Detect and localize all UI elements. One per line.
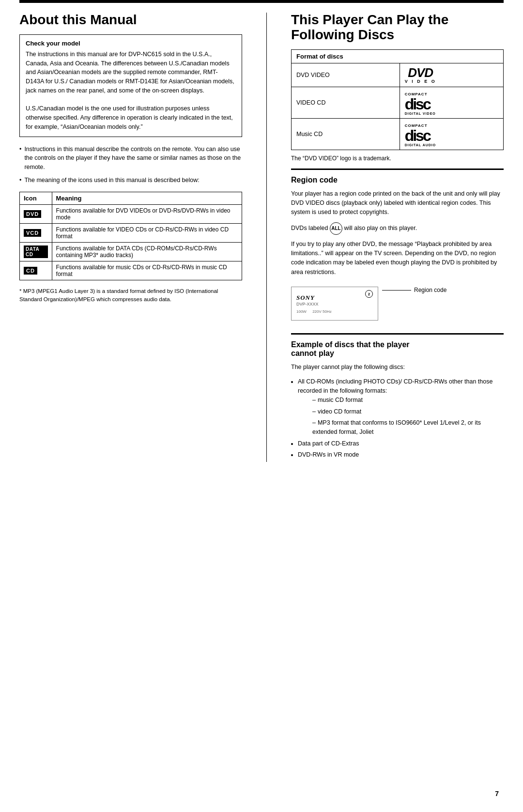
cd-icon-cell: CD bbox=[20, 261, 52, 280]
datacd-meaning: Functions available for DATA CDs (CD-ROM… bbox=[52, 242, 242, 261]
bullet-text-2: The meaning of the icons used in this ma… bbox=[24, 176, 199, 185]
cannot-play-intro: The player cannot play the following dis… bbox=[291, 363, 504, 372]
page-number: 7 bbox=[495, 790, 499, 797]
section-separator-1 bbox=[291, 169, 504, 170]
cannot-play-title-line1: Example of discs that the player bbox=[291, 340, 410, 349]
vcd-badge: VCD bbox=[24, 229, 41, 237]
left-column: About this Manual Check your model The i… bbox=[19, 13, 242, 462]
music-cd-label: Music CD bbox=[292, 118, 400, 150]
bullet-symbol-2: • bbox=[19, 176, 21, 185]
table-row: CD Functions available for music CDs or … bbox=[20, 261, 242, 280]
region-code-body1: Your player has a region code printed on… bbox=[291, 189, 504, 217]
icon-col-header: Icon bbox=[20, 192, 52, 204]
device-image: SONY DVP-XXXX 100W 220V 50Hz 2 bbox=[291, 287, 378, 321]
body2-prefix: DVDs labeled bbox=[291, 225, 328, 231]
icon-table: Icon Meaning DVD Functions available for… bbox=[19, 192, 242, 280]
cannot-play-title: Example of discs that the player cannot … bbox=[291, 340, 504, 358]
vcd-logo: COMPACT disc DIGITAL VIDEO bbox=[405, 92, 436, 115]
body2-suffix: will also play on this player. bbox=[344, 225, 417, 231]
right-title-line2: Following Discs bbox=[291, 27, 394, 42]
right-title-line1: This Player Can Play the bbox=[291, 12, 448, 27]
dvd-video-logo: DVD V I D E O bbox=[400, 63, 503, 87]
disc-text2: disc bbox=[405, 128, 430, 143]
cd-meaning: Functions available for music CDs or CD-… bbox=[52, 261, 242, 280]
sub-list-item: music CD format bbox=[312, 396, 504, 405]
bullet-symbol-1: • bbox=[19, 145, 21, 172]
dvd-badge: DVD bbox=[24, 210, 41, 218]
disc-text-row: disc bbox=[405, 96, 430, 112]
region-arrow-row: Region code bbox=[382, 287, 446, 293]
region-code-body2: DVDs labeled ALL will also play on this … bbox=[291, 222, 504, 235]
meaning-col-header: Meaning bbox=[52, 192, 242, 204]
dvd-video-label: DVD VIDEO bbox=[292, 63, 400, 87]
mcd-logo: COMPACT disc DIGITAL AUDIO bbox=[405, 123, 436, 147]
disc-text-row2: disc bbox=[405, 128, 430, 143]
vcd-meaning: Functions available for VIDEO CDs or CD-… bbox=[52, 223, 242, 242]
sub-list: music CD format video CD format MP3 form… bbox=[306, 396, 504, 437]
datacd-badge: DATA CD bbox=[24, 245, 48, 258]
table-row: DVD Functions available for DVD VIDEOs o… bbox=[20, 204, 242, 223]
sub-list-item: MP3 format that conforms to ISO9660* Lev… bbox=[312, 418, 504, 437]
video-cd-logo: COMPACT disc DIGITAL VIDEO bbox=[400, 87, 503, 118]
format-table: Format of discs DVD VIDEO DVD V I D E O … bbox=[291, 49, 504, 150]
brand-label: SONY bbox=[296, 294, 315, 302]
bullet-item-1: • Instructions in this manual describe t… bbox=[19, 145, 242, 172]
check-model-body: The instructions in this manual are for … bbox=[26, 50, 236, 132]
list-item: All CD-ROMs (including PHOTO CDs)/ CD-Rs… bbox=[298, 377, 504, 437]
right-column: This Player Can Play the Following Discs… bbox=[291, 13, 504, 462]
cannot-play-list: All CD-ROMs (including PHOTO CDs)/ CD-Rs… bbox=[291, 377, 504, 460]
table-row: DVD VIDEO DVD V I D E O bbox=[292, 63, 504, 87]
right-title: This Player Can Play the Following Discs bbox=[291, 13, 504, 43]
disc-text: disc bbox=[405, 96, 430, 112]
bullet-text-1: Instructions in this manual describe the… bbox=[24, 145, 242, 172]
table-row: VIDEO CD COMPACT disc DIGITAL VIDEO bbox=[292, 87, 504, 118]
section-separator-2 bbox=[291, 333, 504, 335]
table-row: DATA CD Functions available for DATA CDs… bbox=[20, 242, 242, 261]
datacd-icon-cell: DATA CD bbox=[20, 242, 52, 261]
cannot-play-title-line2: cannot play bbox=[291, 349, 334, 357]
dvd-logo-subtext: V I D E O bbox=[405, 79, 436, 84]
check-model-box: Check your model The instructions in thi… bbox=[19, 34, 242, 137]
table-row: VCD Functions available for VIDEO CDs or… bbox=[20, 223, 242, 242]
music-cd-logo: COMPACT disc DIGITAL AUDIO bbox=[400, 118, 503, 150]
spec-w: 100W bbox=[296, 309, 307, 314]
video-cd-label: VIDEO CD bbox=[292, 87, 400, 118]
left-title: About this Manual bbox=[19, 13, 242, 28]
vcd-icon-cell: VCD bbox=[20, 223, 52, 242]
sub-list-item: video CD format bbox=[312, 407, 504, 416]
region-code-label: Region code bbox=[414, 287, 446, 293]
model-label: DVP-XXXX bbox=[296, 302, 319, 306]
trademark-note: The “DVD VIDEO” logo is a trademark. bbox=[291, 155, 504, 162]
bullet-section: • Instructions in this manual describe t… bbox=[19, 145, 242, 185]
footnote: * MP3 (MPEG1 Audio Layer 3) is a standar… bbox=[19, 287, 242, 304]
region-code-body3: If you try to play any other DVD, the me… bbox=[291, 240, 504, 277]
column-divider bbox=[266, 13, 267, 462]
dvd-meaning: Functions available for DVD VIDEOs or DV… bbox=[52, 204, 242, 223]
digital-audio-label: DIGITAL AUDIO bbox=[405, 143, 436, 147]
list-item: DVD-RWs in VR mode bbox=[298, 450, 504, 460]
device-region-diagram: SONY DVP-XXXX 100W 220V 50Hz 2 Region co… bbox=[291, 282, 504, 325]
table-row: Music CD COMPACT disc DIGITAL AUDIO bbox=[292, 118, 504, 150]
region-code-title: Region code bbox=[291, 176, 504, 184]
arrow-line bbox=[382, 290, 411, 291]
list-item: Data part of CD-Extras bbox=[298, 439, 504, 448]
region-annotation: Region code bbox=[382, 287, 446, 293]
dvd-logo-text: DVD bbox=[408, 66, 433, 79]
dvd-logo: DVD V I D E O bbox=[405, 66, 436, 84]
dvd-icon-cell: DVD bbox=[20, 204, 52, 223]
cd-badge: CD bbox=[24, 267, 37, 275]
spec-v: 220V 50Hz bbox=[312, 309, 332, 314]
all-badge: ALL bbox=[330, 222, 342, 235]
bullet-item-2: • The meaning of the icons used in this … bbox=[19, 176, 242, 185]
check-model-heading: Check your model bbox=[26, 40, 236, 47]
region-circle: 2 bbox=[365, 290, 373, 298]
format-table-header: Format of discs bbox=[292, 49, 504, 63]
digital-video-label: DIGITAL VIDEO bbox=[405, 112, 436, 115]
spec-labels: 100W 220V 50Hz bbox=[296, 309, 332, 314]
